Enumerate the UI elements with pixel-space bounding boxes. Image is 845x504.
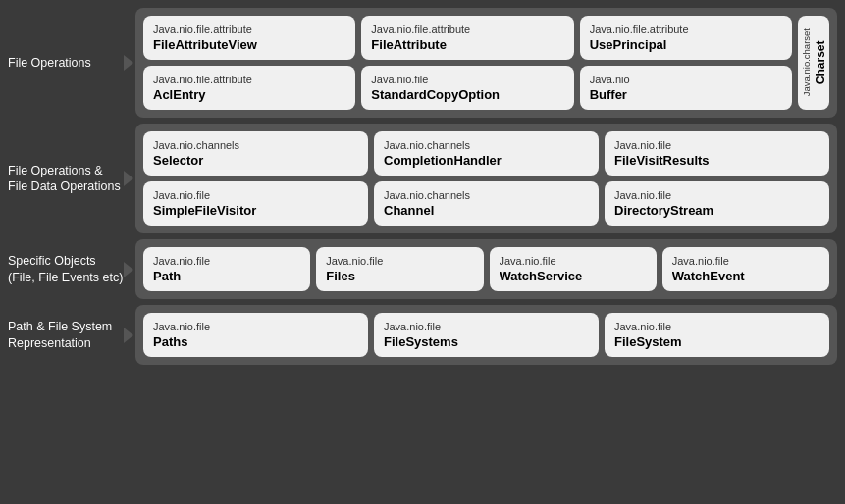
panel-file-operations: Java.nio.file.attribute FileAttributeVie… [135,8,837,118]
section-file-operations: File Operations Java.nio.file.attribute … [8,8,837,118]
card-Buffer: Java.nio Buffer [580,66,792,110]
card-DirectoryStream: Java.nio.file DirectoryStream [605,181,829,226]
cards-row: Java.nio.file SimpleFileVisitor Java.nio… [143,181,829,226]
section-specific-objects: Specific Objects (File, File Events etc)… [8,239,837,299]
cards-row: Java.nio.file Path Java.nio.file Files J… [143,247,829,291]
card-Channel: Java.nio.channels Channel [374,181,599,226]
card-AclEntry: Java.nio.file.attribute AclEntry [143,66,355,110]
label-path-filesystem: Path & File System Representation [8,305,135,365]
label-specific-objects: Specific Objects (File, File Events etc) [8,239,135,299]
cards-row: Java.nio.channels Selector Java.nio.chan… [143,131,829,176]
card-Paths: Java.nio.file Paths [143,313,368,357]
card-WatchService: Java.nio.file WatchService [490,247,657,291]
card-CompletionHandler: Java.nio.channels CompletionHandler [374,131,599,176]
card-Files: Java.nio.file Files [316,247,483,291]
card-FileAttribute: Java.nio.file.attribute FileAttribute [361,16,573,60]
label-file-ops-data: File Operations & File Data Operations [8,124,135,233]
card-StandardCopyOption: Java.nio.file StandardCopyOption [361,66,573,110]
charset-package: Java.nio.charset [801,28,812,96]
panel-path-filesystem: Java.nio.file Paths Java.nio.file FileSy… [135,305,837,365]
card-FileAttributeView: Java.nio.file.attribute FileAttributeVie… [143,16,355,60]
cards-row: Java.nio.file.attribute FileAttributeVie… [143,16,792,60]
card-Path: Java.nio.file Path [143,247,310,291]
card-WatchEvent: Java.nio.file WatchEvent [662,247,829,291]
section-path-filesystem: Path & File System Representation Java.n… [8,305,837,365]
section-file-ops-data: File Operations & File Data Operations J… [8,124,837,233]
card-UsePrincipal: Java.nio.file.attribute UsePrincipal [580,16,792,60]
cards-row: Java.nio.file.attribute AclEntry Java.ni… [143,66,792,110]
card-SimpleFileVisitor: Java.nio.file SimpleFileVisitor [143,181,368,226]
label-file-operations: File Operations [8,8,135,118]
panel-file-ops-data: Java.nio.channels Selector Java.nio.chan… [135,124,837,233]
card-FileSystem: Java.nio.file FileSystem [605,313,829,357]
panel-specific-objects: Java.nio.file Path Java.nio.file Files J… [135,239,837,299]
card-FileVisitResults: Java.nio.file FileVisitResults [605,131,829,176]
main-container: File Operations Java.nio.file.attribute … [0,0,845,504]
card-Selector: Java.nio.channels Selector [143,131,368,176]
card-Charset: Java.nio.charsetCharset [798,16,829,110]
cards-row: Java.nio.file Paths Java.nio.file FileSy… [143,313,829,357]
card-FileSystems: Java.nio.file FileSystems [374,313,599,357]
charset-class: Charset [814,41,827,85]
